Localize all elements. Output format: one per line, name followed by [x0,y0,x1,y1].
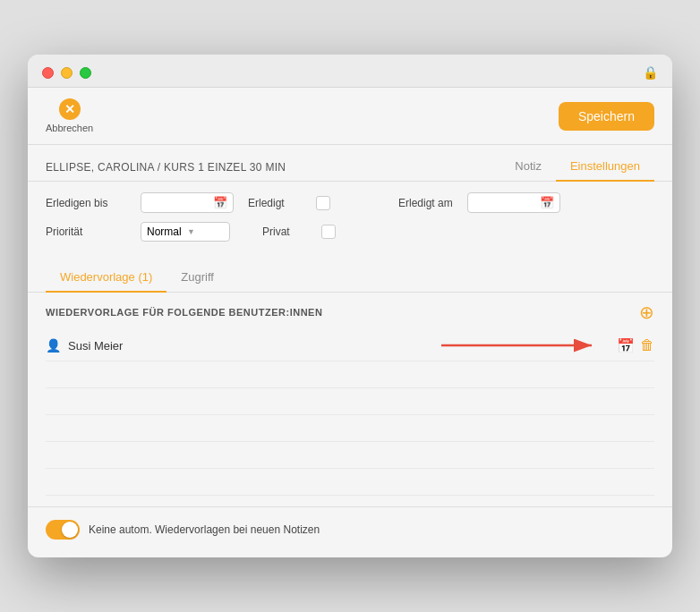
empty-row-3 [46,415,654,442]
erledigt-label: Erledigt [248,197,302,209]
close-button[interactable] [42,67,54,79]
save-button[interactable]: Speichern [559,102,654,131]
main-window: 🔒 ✕ Abbrechen Speichern ELLIPSE, CAROLIN… [28,55,672,557]
tab-notiz[interactable]: Notiz [500,154,556,182]
calendar-action-button[interactable]: 📅 [617,337,635,354]
erledigt-am-label: Erledigt am [398,197,453,209]
erledigt-am-input[interactable]: 📅 [467,192,560,213]
chevron-down-icon: ▼ [187,227,224,236]
empty-row-4 [46,442,654,469]
cancel-icon: ✕ [59,98,81,120]
cancel-button[interactable]: ✕ Abbrechen [46,98,93,133]
section-title: ELLIPSE, CAROLINA / KURS 1 EINZEL 30 MIN [46,161,286,174]
titlebar-right: 🔒 [643,65,658,80]
form-area: Erledigen bis 📅 Erledigt Erledigt am 📅 P… [28,182,672,261]
erledigt-am-date-input[interactable] [474,197,536,209]
delete-action-button[interactable]: 🗑 [640,337,654,353]
empty-row-1 [46,361,654,388]
form-row-erledigen: Erledigen bis 📅 Erledigt Erledigt am 📅 [46,192,654,213]
titlebar: 🔒 [28,55,672,88]
sub-tab-zugriff[interactable]: Zugriff [166,265,228,293]
sub-tab-wiedervorlage[interactable]: Wiedervorlage (1) [46,265,166,293]
add-wiedervorlage-button[interactable]: ⊕ [639,303,654,321]
tab-einstellungen[interactable]: Einstellungen [556,154,654,182]
erledigt-checkbox[interactable] [316,196,330,210]
user-icon: 👤 [46,338,61,353]
user-row-susi: 👤 Susi Meier 📅 🗑 [46,330,654,361]
prioritaet-select[interactable]: Normal ▼ [141,222,230,242]
traffic-lights [42,67,91,79]
arrow-container [339,336,603,355]
user-name: Susi Meier [68,339,332,353]
wiedervorlage-title: WIEDERVORLAGE FÜR FOLGENDE BENUTZER:INNE… [46,307,322,318]
privat-checkbox[interactable] [321,225,336,239]
arrow-right-icon [441,336,602,355]
wiedervorlage-header: WIEDERVORLAGE FÜR FOLGENDE BENUTZER:INNE… [46,303,654,321]
action-icons: 📅 🗑 [617,337,654,354]
form-row-prioritaet: Priorität Normal ▼ Privat [46,222,654,242]
minimize-button[interactable] [61,67,73,79]
privat-label: Privat [262,225,307,238]
calendar-icon-erledigt-am: 📅 [540,196,554,209]
wiedervorlage-section: WIEDERVORLAGE FÜR FOLGENDE BENUTZER:INNE… [28,293,672,506]
bottom-area: Keine autom. Wiedervorlagen bei neuen No… [28,507,672,557]
prioritaet-value: Normal [147,225,184,238]
lock-icon: 🔒 [643,65,658,80]
calendar-icon-erledigen: 📅 [213,196,227,209]
toggle-label: Keine autom. Wiedervorlagen bei neuen No… [89,523,320,536]
sub-tabs-row: Wiedervorlage (1) Zugriff [28,265,672,293]
toolbar: ✕ Abbrechen Speichern [28,88,672,144]
toggle-knob [62,522,78,538]
erledigen-input[interactable]: 📅 [141,192,234,213]
maximize-button[interactable] [80,67,91,79]
cancel-label: Abbrechen [46,123,93,133]
empty-row-2 [46,388,654,415]
prioritaet-label: Priorität [46,225,126,238]
auto-wiedervorlage-toggle[interactable] [46,520,80,540]
erledigen-label: Erledigen bis [46,197,126,209]
empty-row-5 [46,469,654,496]
erledigen-date-input[interactable] [147,197,209,209]
